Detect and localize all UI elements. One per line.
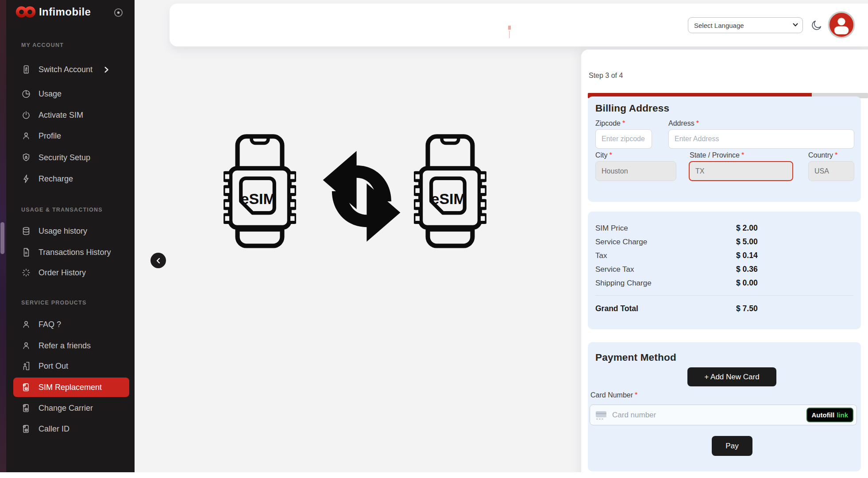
grand-total-row: Grand Total $ 7.50	[588, 302, 861, 316]
sidebar-item-change-carrier[interactable]: Change Carrier	[13, 398, 129, 418]
sidebar-item-label: Usage history	[39, 227, 87, 236]
credit-card-icon	[595, 410, 608, 420]
document-icon	[21, 247, 31, 257]
sidebar-item-label: Change Carrier	[39, 404, 93, 413]
summary-value: $ 0.00	[736, 278, 758, 288]
sidebar-item-faq[interactable]: FAQ ?	[13, 315, 129, 334]
sidebar-item-label: SIM Replacement	[39, 383, 102, 392]
sidebar-item-label: Activate SIM	[39, 111, 83, 120]
billing-address-card: Billing Address Zipcode* Address* City* …	[588, 96, 861, 202]
autofill-link-text: link	[837, 411, 848, 419]
summary-value: $ 5.00	[736, 237, 758, 247]
horizontal-scrollbar-track[interactable]	[0, 472, 868, 478]
person-icon	[21, 131, 31, 141]
sidebar-item-transactions-history[interactable]: Transactions History	[13, 243, 129, 262]
esim-phone-left-illustration: eSIM	[224, 134, 296, 260]
required-asterisk: *	[741, 151, 744, 159]
chevron-left-icon	[155, 257, 162, 264]
person-avatar-icon	[829, 13, 853, 37]
sidebar-item-label: Order History	[39, 268, 86, 278]
sidebar-item-security-setup[interactable]: Security Setup	[13, 148, 129, 167]
billing-address-title: Billing Address	[595, 103, 669, 114]
state-input[interactable]	[689, 161, 793, 181]
country-label: Country*	[808, 151, 837, 159]
country-input[interactable]	[808, 161, 854, 181]
sidebar-item-usage[interactable]: Usage	[13, 84, 129, 104]
user-avatar[interactable]	[828, 12, 855, 38]
esim-chip-label: eSIM	[240, 190, 275, 207]
dark-mode-toggle[interactable]	[811, 19, 822, 31]
city-label: City*	[595, 151, 612, 159]
pay-button[interactable]: Pay	[712, 436, 752, 456]
sidebar-item-label: Usage	[39, 89, 62, 99]
esim-phone-right-illustration: eSIM	[414, 134, 486, 260]
sidebar-item-label: FAQ ?	[39, 320, 61, 329]
summary-row: Shipping Charge $ 0.00	[588, 276, 861, 290]
sidebar-item-label: Profile	[39, 131, 61, 141]
card-number-input[interactable]	[608, 411, 806, 420]
sim-card-icon	[21, 403, 31, 413]
summary-value: $ 2.00	[736, 224, 758, 233]
summary-row: SIM Price $ 2.00	[588, 221, 861, 235]
top-header-bar: Select Language	[170, 4, 868, 46]
sidebar-item-port-out[interactable]: Port Out	[13, 356, 129, 376]
autofill-text: Autofill	[812, 411, 835, 419]
section-label-usage-transactions: USAGE & TRANSACTIONS	[21, 207, 103, 213]
sidebar-item-label: Switch Account	[39, 65, 93, 74]
sidebar-item-recharge[interactable]: Recharge	[13, 169, 129, 189]
required-asterisk: *	[635, 391, 637, 399]
grand-total-label: Grand Total	[595, 304, 736, 313]
sidebar-item-usage-history[interactable]: Usage history	[13, 221, 129, 241]
checkout-panel: Step 3 of 4 Billing Address Zipcode* Add…	[581, 50, 868, 478]
required-asterisk: *	[622, 120, 625, 127]
phone-swap-icon	[21, 65, 31, 74]
render-artifact	[508, 26, 511, 30]
zipcode-input[interactable]	[595, 129, 652, 149]
sidebar-item-switch-account[interactable]: Switch Account	[13, 60, 129, 79]
sidebar-item-label: Refer a friends	[39, 341, 91, 351]
summary-row: Service Charge $ 5.00	[588, 235, 861, 249]
pie-chart-icon	[21, 89, 31, 99]
sidebar-item-caller-id[interactable]: Caller ID	[13, 419, 129, 439]
left-scrollbar-thumb[interactable]	[0, 222, 4, 254]
step-indicator: Step 3 of 4	[589, 72, 623, 80]
address-label: Address*	[668, 120, 699, 127]
sidebar-item-order-history[interactable]: Order History	[13, 263, 129, 282]
summary-label: Service Tax	[595, 265, 736, 274]
sidebar-item-profile[interactable]: Profile	[13, 126, 129, 146]
grand-total-value: $ 7.50	[736, 304, 758, 313]
autofill-link-badge[interactable]: Autofill link	[806, 408, 854, 422]
sidebar-item-label: Caller ID	[39, 424, 69, 434]
lightning-icon	[21, 174, 31, 184]
sidebar-item-activate-sim[interactable]: Activate SIM	[13, 105, 129, 125]
summary-label: Service Charge	[595, 238, 736, 247]
chevron-right-icon	[103, 66, 110, 73]
state-label: State / Province*	[690, 151, 744, 159]
summary-label: Tax	[595, 251, 736, 260]
infimobile-logo-icon	[15, 4, 36, 19]
address-input[interactable]	[668, 129, 854, 149]
sidebar-item-sim-replacement[interactable]: SIM Replacement	[13, 378, 129, 397]
language-select[interactable]: Select Language	[688, 17, 803, 33]
required-asterisk: *	[835, 151, 837, 159]
sidebar-item-refer-a-friends[interactable]: Refer a friends	[13, 336, 129, 355]
payment-method-card: Payment Method + Add New Card Card Numbe…	[588, 342, 861, 471]
summary-row: Tax $ 0.14	[588, 249, 861, 262]
person-icon	[21, 341, 31, 351]
power-icon	[21, 110, 31, 120]
city-input[interactable]	[595, 161, 676, 181]
esim-chip-label: eSIM	[431, 190, 466, 207]
target-icon[interactable]	[113, 8, 123, 18]
sidebar: Infimobile MY ACCOUNT USAGE & TRANSACTIO…	[0, 0, 135, 472]
required-asterisk: *	[610, 151, 612, 159]
payment-method-title: Payment Method	[595, 352, 676, 363]
add-new-card-button[interactable]: + Add New Card	[687, 367, 776, 386]
summary-label: Shipping Charge	[595, 279, 736, 288]
swap-arrows-icon	[320, 147, 404, 246]
card-number-label: Card Number*	[590, 391, 637, 399]
shield-lock-icon	[21, 153, 31, 162]
back-button[interactable]	[150, 253, 166, 268]
door-exit-icon	[21, 361, 31, 371]
zipcode-label: Zipcode*	[595, 120, 625, 127]
order-summary-card: SIM Price $ 2.00 Service Charge $ 5.00 T…	[588, 212, 861, 329]
